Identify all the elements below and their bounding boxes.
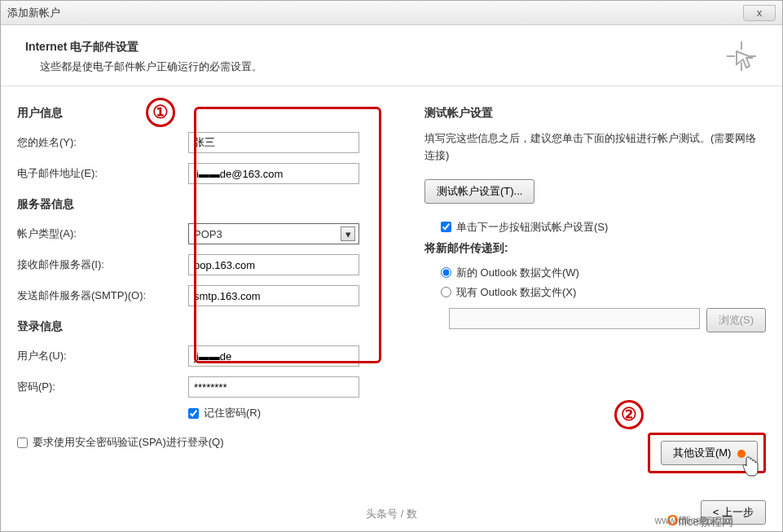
- password-row: 密码(P):: [17, 375, 408, 399]
- test-settings-button[interactable]: 测试帐户设置(T)...: [424, 179, 534, 204]
- account-type-row: 帐户类型(A): POP3 ▾: [17, 222, 408, 246]
- radio-new-label: 新的 Outlook 数据文件(W): [456, 266, 579, 280]
- name-row: 您的姓名(Y):: [17, 130, 408, 155]
- deliver-to-heading: 将新邮件传递到:: [424, 241, 766, 256]
- close-button[interactable]: x: [743, 5, 776, 21]
- outgoing-row: 发送邮件服务器(SMTP)(O):: [17, 284, 408, 308]
- wizard-icon: [725, 40, 758, 73]
- data-file-path-input: [449, 308, 700, 329]
- password-label: 密码(P):: [17, 380, 188, 394]
- remember-password-checkbox[interactable]: [188, 408, 199, 419]
- login-info-heading: 登录信息: [17, 319, 408, 334]
- test-settings-button-label: 测试帐户设置(T)...: [437, 185, 522, 197]
- account-type-label: 帐户类型(A):: [17, 226, 188, 241]
- header-text-block: Internet 电子邮件设置 这些都是使电子邮件帐户正确运行的必需设置。: [25, 40, 725, 74]
- spa-checkbox[interactable]: [17, 437, 28, 448]
- radio-existing-row: 现有 Outlook 数据文件(X): [441, 285, 766, 300]
- remember-password-label: 记住密码(R): [204, 406, 261, 420]
- test-settings-text: 填写完这些信息之后，建议您单击下面的按钮进行帐户测试。(需要网络连接): [424, 130, 766, 165]
- password-input[interactable]: [188, 376, 359, 398]
- hand-cursor-icon: [741, 455, 759, 481]
- auto-test-row: 单击下一步按钮测试帐户设置(S): [441, 220, 766, 235]
- titlebar: 添加新帐户 x: [1, 1, 782, 25]
- watermark-1: 头条号 / 数: [366, 507, 417, 521]
- server-info-heading: 服务器信息: [17, 197, 408, 212]
- content-area: ① 用户信息 您的姓名(Y): 电子邮件地址(E): 服务器信息 帐户类型(A)…: [1, 86, 782, 463]
- radio-new-row: 新的 Outlook 数据文件(W): [441, 266, 766, 280]
- header-title: Internet 电子邮件设置: [25, 40, 725, 55]
- test-settings-heading: 测试帐户设置: [424, 106, 766, 121]
- user-info-heading: 用户信息: [17, 106, 408, 121]
- left-column: ① 用户信息 您的姓名(Y): 电子邮件地址(E): 服务器信息 帐户类型(A)…: [17, 103, 408, 455]
- watermark-url: www.office26.com: [655, 515, 734, 526]
- remember-password-row: 记住密码(R): [188, 406, 408, 420]
- dialog-window: 添加新帐户 x Internet 电子邮件设置 这些都是使电子邮件帐户正确运行的…: [0, 0, 783, 532]
- watermark-text: 头条号 / 数: [366, 507, 417, 521]
- window-title: 添加新帐户: [7, 6, 743, 20]
- radio-existing-label: 现有 Outlook 数据文件(X): [456, 285, 576, 300]
- account-type-select[interactable]: POP3 ▾: [188, 223, 359, 244]
- username-input[interactable]: [188, 345, 359, 367]
- incoming-row: 接收邮件服务器(I):: [17, 253, 408, 277]
- right-column: 测试帐户设置 填写完这些信息之后，建议您单击下面的按钮进行帐户测试。(需要网络连…: [408, 103, 766, 455]
- incoming-input[interactable]: [188, 254, 359, 275]
- chevron-down-icon: ▾: [341, 226, 355, 241]
- auto-test-checkbox[interactable]: [441, 222, 451, 232]
- radio-new-file[interactable]: [441, 267, 451, 278]
- username-label: 用户名(U):: [17, 349, 188, 363]
- name-label: 您的姓名(Y):: [17, 135, 188, 150]
- outgoing-label: 发送邮件服务器(SMTP)(O):: [17, 288, 188, 303]
- annotation-1: ①: [146, 98, 175, 127]
- spa-label: 要求使用安全密码验证(SPA)进行登录(Q): [33, 435, 223, 450]
- auto-test-label: 单击下一步按钮测试帐户设置(S): [456, 220, 608, 235]
- dialog-header: Internet 电子邮件设置 这些都是使电子邮件帐户正确运行的必需设置。: [1, 25, 782, 86]
- email-row: 电子邮件地址(E):: [17, 161, 408, 186]
- email-input[interactable]: [188, 163, 359, 184]
- browse-button: 浏览(S): [706, 308, 766, 332]
- outgoing-input[interactable]: [188, 285, 359, 306]
- email-label: 电子邮件地址(E):: [17, 166, 188, 181]
- username-row: 用户名(U):: [17, 344, 408, 368]
- name-input[interactable]: [188, 132, 359, 153]
- account-type-value: POP3: [194, 228, 222, 240]
- header-subtitle: 这些都是使电子邮件帐户正确运行的必需设置。: [40, 59, 725, 74]
- browse-row: 浏览(S): [449, 308, 766, 332]
- radio-existing-file[interactable]: [441, 287, 451, 297]
- close-icon: x: [757, 7, 763, 19]
- spa-row: 要求使用安全密码验证(SPA)进行登录(Q): [17, 435, 408, 450]
- other-settings-label: 其他设置(M): [673, 446, 732, 459]
- browse-button-label: 浏览(S): [719, 314, 754, 326]
- annotation-2: ②: [614, 400, 644, 429]
- incoming-label: 接收邮件服务器(I):: [17, 257, 188, 272]
